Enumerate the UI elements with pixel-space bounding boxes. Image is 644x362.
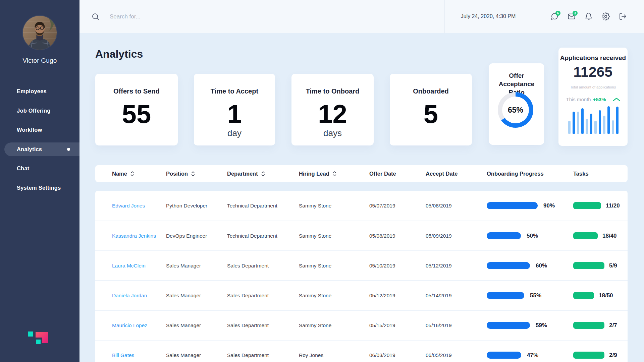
mini-bar [603,116,605,134]
apps-subtitle: Total amount of applications [558,85,628,89]
table-row[interactable]: Mauricio Lopez Sales Manager Sales Depar… [95,310,628,340]
cell-offer-date: 05/10/2019 [369,263,426,269]
search-input[interactable] [109,10,250,23]
sidebar-item-label: Job Offering [17,108,50,114]
acceptance-percent: 65% [502,97,529,123]
column-header-hiring-lead[interactable]: Hiring Lead [299,171,369,177]
cell-tasks: 5/9 [573,262,628,269]
sidebar-item-label: System Settings [17,185,61,191]
cell-tasks: 18/50 [573,292,628,299]
chevron-up-icon [613,98,620,101]
column-label: Department [227,171,258,177]
table-row[interactable]: Bill Gates Sales Manager Sales Departmen… [95,340,628,362]
stat-value: 5 [390,100,472,128]
applications-received-card: Applications received 11265 Total amount… [558,48,628,146]
employee-name-link[interactable]: Edward Jones [112,203,166,209]
cell-accept-date: 05/12/2019 [426,263,487,269]
progress-bar [487,292,524,299]
employee-name-link[interactable]: Laura McClein [112,263,166,269]
avatar[interactable] [23,16,57,50]
employee-name-link[interactable]: Daniela Jordan [112,293,166,299]
column-label: Position [166,171,188,177]
cell-offer-date: 06/03/2019 [369,352,426,358]
column-header-department[interactable]: Department [227,171,299,177]
cell-hiring-lead: Sammy Stone [299,263,369,269]
cell-offer-date: 05/08/2019 [369,233,426,239]
tasks-label: 5/9 [609,262,617,269]
cell-accept-date: 06/05/2019 [426,352,487,358]
stat-title: Time to Onboard [291,87,374,95]
cell-tasks: 2/9 [573,352,628,359]
progress-bar [487,202,538,209]
column-label: Offer Date [369,171,396,177]
cell-offer-date: 05/07/2019 [369,203,426,209]
cell-department: Technical Department [227,203,299,209]
logout-icon[interactable] [619,12,627,20]
applications-mini-chart [568,106,619,134]
column-header-offer-date: Offer Date [369,171,426,177]
mini-bar [612,120,614,134]
table-row[interactable]: Daniela Jordan Sales Manager Sales Depar… [95,280,628,310]
column-header-name[interactable]: Name [112,171,166,177]
sidebar-item-employees[interactable]: Employees [0,82,79,101]
chat-badge: 6 [555,11,560,16]
sort-icon[interactable] [333,171,336,176]
column-label: Tasks [573,171,589,177]
progress-bar [487,262,530,269]
cell-position: Sales Manager [166,263,227,269]
mail-icon[interactable]: 3 [568,12,576,20]
divider [532,0,532,33]
cell-progress: 50% [487,232,573,239]
sidebar-item-analytics[interactable]: Analytics [0,140,79,159]
mini-bar [581,108,584,134]
stat-card-time-to-onboard: Time to Onboard 12 days [291,74,374,145]
employee-name-link[interactable]: Mauricio Lopez [112,322,166,328]
cell-hiring-lead: Sammy Stone [299,203,369,209]
stat-unit: day [194,128,275,138]
stat-value: 12 [291,100,374,128]
sidebar-item-chat[interactable]: Chat [0,159,79,178]
stat-card-time-to-accept: Time to Accept 1 day [194,74,275,145]
cell-position: Sales Manager [166,322,227,328]
tasks-bar [573,352,604,359]
progress-label: 60% [536,262,547,269]
bell-icon[interactable] [585,12,593,20]
sidebar-item-workflow[interactable]: Workflow [0,120,79,140]
employee-name-link[interactable]: Kassandra Jenkins [112,233,166,239]
employee-name-link[interactable]: Bill Gates [112,352,166,358]
column-label: Hiring Lead [299,171,329,177]
tasks-label: 18/40 [602,233,617,239]
progress-label: 90% [543,202,555,209]
column-label: Name [112,171,127,177]
sidebar-item-label: Analytics [17,146,42,153]
progress-label: 55% [530,292,541,299]
apps-title: Applications received [558,54,628,62]
sort-icon[interactable] [261,171,265,176]
company-logo [28,330,48,345]
search-icon[interactable] [92,13,100,21]
mini-bar [616,107,619,134]
chat-icon[interactable]: 6 [550,12,558,20]
cell-department: Sales Department [227,293,299,299]
sidebar-item-system-settings[interactable]: System Settings [0,178,79,198]
datetime-label: July 24, 2020, 4:30 PM [444,0,532,33]
cell-progress: 60% [487,262,573,269]
column-header-tasks: Tasks [573,171,628,177]
sidebar-item-label: Workflow [17,127,42,133]
table-row[interactable]: Edward Jones Python Developer Technical … [95,191,628,221]
stat-title: Time to Accept [194,87,275,95]
table-row[interactable]: Laura McClein Sales Manager Sales Depart… [95,250,628,280]
tasks-bar [573,232,598,239]
sidebar-item-job-offering[interactable]: Job Offering [0,101,79,121]
table-row[interactable]: Kassandra Jenkins DevOps Engineer Techni… [95,221,628,250]
mini-bar [577,112,579,134]
column-header-position[interactable]: Position [166,171,227,177]
column-header-accept-date: Accept Date [426,171,487,177]
sort-icon[interactable] [191,171,195,176]
tasks-label: 2/7 [609,322,617,329]
gear-icon[interactable] [602,12,610,20]
offer-acceptance-card: Offer Acceptance Ratio 65% [489,63,544,145]
cell-hiring-lead: Roy Jones [299,352,369,358]
sort-icon[interactable] [130,171,134,176]
tasks-bar [573,202,601,209]
